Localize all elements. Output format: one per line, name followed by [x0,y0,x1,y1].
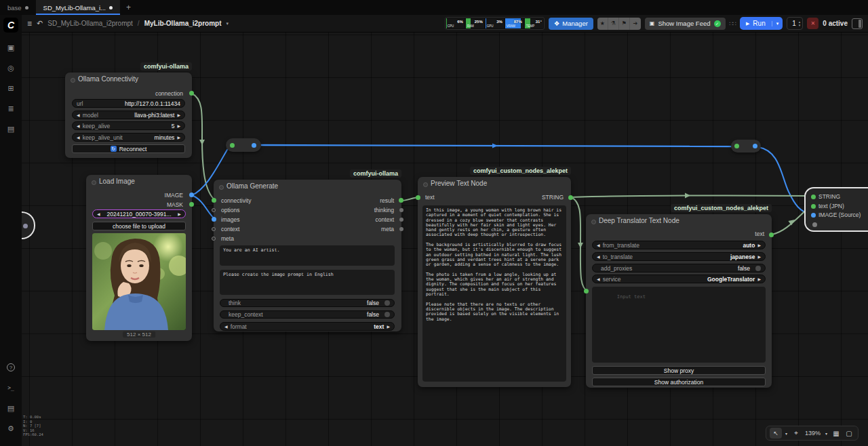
zoom-chevron-icon[interactable]: ▾ [824,431,829,436]
star-icon[interactable]: ★ [597,18,608,30]
add-proxies-toggle[interactable]: add_proxies false [592,264,766,272]
think-toggle[interactable]: think false [220,299,395,307]
arrow-right-icon[interactable]: ▶ [178,211,181,216]
collapse-dot[interactable] [71,78,75,83]
node-preview-text[interactable]: comfyui_custom_nodes_alekpet Preview Tex… [418,177,571,387]
sidebar-item-node-library[interactable]: ◎ [3,60,19,76]
chevron-down-icon[interactable]: ▾ [226,21,229,26]
output-mask-port[interactable] [189,202,194,207]
node-ollama-generate[interactable]: comfyui-ollama Ollama Generate connectiv… [214,180,401,331]
toggle-panel-button[interactable] [852,18,863,29]
arrow-right-icon[interactable]: ▶ [757,277,761,281]
preview-text-content[interactable]: In this image, a young woman with long b… [422,205,566,382]
collapse-dot[interactable] [591,220,596,224]
arrow-left-icon[interactable]: ◀ [77,113,80,117]
tab-active-workflow[interactable]: SD_MyLib-Ollama_i... [36,0,120,15]
stub-output-port[interactable] [23,224,28,228]
arrow-left-icon[interactable]: ◀ [597,254,600,259]
share-icon[interactable]: ➔ [630,18,641,30]
run-button[interactable]: ▶ Run ▾ [740,17,783,30]
node-deep-translator[interactable]: comfyui_custom_nodes_alekpet Deep Transl… [586,214,772,388]
input-image-source-port[interactable] [811,213,816,218]
reroute-output-port[interactable] [753,144,757,148]
input-extra-port[interactable] [812,222,817,227]
arrow-right-icon[interactable]: ▶ [757,254,761,259]
pointer-options-chevron-icon[interactable]: ▾ [784,431,789,436]
show-image-feed-button[interactable]: ▣ Show Image Feed ✓ [645,18,726,30]
hamburger-menu-icon[interactable]: ≡ [27,20,32,28]
format-widget[interactable]: ◀ format text ▶ [220,322,395,331]
step-down-icon[interactable]: ▾ [799,24,801,27]
arrow-left-icon[interactable]: ◀ [224,324,228,329]
flag-icon[interactable]: ⚑ [619,18,630,30]
output-text-port[interactable] [769,232,774,237]
arrow-right-icon[interactable]: ▶ [177,123,180,128]
collapse-dot[interactable] [423,182,428,187]
input-text-port[interactable] [416,195,420,200]
toggle-knob[interactable] [384,300,390,306]
input-connectivity-port[interactable] [212,198,216,203]
pointer-tool-button[interactable]: ↖ [770,428,782,439]
arrow-left-icon[interactable]: ◀ [597,277,600,281]
arrow-right-icon[interactable]: ▶ [177,113,180,117]
toggle-knob[interactable] [384,312,390,317]
arrow-right-icon[interactable]: ▶ [387,324,390,329]
zoom-level-label[interactable]: 139% [804,430,822,437]
sidebar-item-queue[interactable]: ▣ [3,39,19,56]
prompt-textarea[interactable]: Please create the image prompt in Englis… [220,270,395,295]
reroute-output-port[interactable] [252,143,256,148]
translator-textarea[interactable]: Input text [592,287,766,363]
input-options-port[interactable] [212,208,216,212]
input-context-port[interactable] [212,227,216,231]
show-authorization-button[interactable]: Show authorization [592,378,766,386]
sidebar-item-settings[interactable]: ⚙ [3,420,19,437]
output-connection-port[interactable] [189,91,194,96]
reroute-title-dot[interactable] [230,143,235,148]
fit-view-icon[interactable]: ⌖ [791,428,802,439]
output-result-port[interactable] [399,198,403,203]
reroute-node-left[interactable] [226,138,261,152]
arrow-left-icon[interactable]: ◀ [77,123,80,128]
url-widget[interactable]: url http://127.0.0.1:11434 [72,99,185,108]
show-proxy-button[interactable]: Show proxy [592,366,766,375]
tab-base[interactable]: base [0,0,36,15]
from-translate-widget[interactable]: ◀ from_translate auto ▶ [592,241,766,249]
new-tab-button[interactable]: + [120,0,137,15]
to-translate-widget[interactable]: ◀ to_translate japanese ▶ [592,252,766,261]
keep-alive-unit-widget[interactable]: ◀ keep_alive_unit minutes ▶ [72,133,185,142]
image-file-combo[interactable]: ◀ 20241210_00070-3991... ▶ [92,209,186,218]
node-load-image[interactable]: Load Image IMAGE MASK ◀ 20241210_00070-3… [86,175,192,341]
input-text-port[interactable] [584,289,589,293]
keep-context-toggle[interactable]: keep_context false [220,310,395,319]
graph-canvas[interactable]: comfyui-ollama Ollama Connectivity conne… [0,0,868,446]
node-ollama-connectivity[interactable]: comfyui-ollama Ollama Connectivity conne… [65,73,192,158]
sidebar-item-model-library[interactable]: ⊞ [3,80,19,96]
drag-handle-icon[interactable]: ∷∷ [730,20,736,27]
sidebar-item-templates[interactable]: ▤ [3,121,19,137]
collapse-dot[interactable] [92,180,96,185]
service-widget[interactable]: ◀ service GoogleTranslator ▶ [592,275,766,283]
arrow-left-icon[interactable]: ◀ [77,135,80,140]
system-prompt-textarea[interactable]: You are an AI artist. [220,245,395,266]
grid-toggle-icon[interactable]: ▦ [831,428,842,439]
output-thinking-port[interactable] [399,208,403,212]
reroute-node-right[interactable] [731,140,761,153]
breadcrumb-workflow[interactable]: SD_MyLib-Ollama_i2prompt [47,20,133,27]
collapse-dot[interactable] [219,185,224,190]
batch-count-stepper[interactable]: 1 ▴ ▾ [787,17,803,30]
comfyui-logo[interactable]: C [3,18,18,33]
output-meta-port[interactable] [399,227,403,231]
manager-button[interactable]: ❖ Manager [549,18,593,30]
input-meta-port[interactable] [212,237,216,241]
sidebar-item-help[interactable]: ? [3,359,19,376]
cancel-run-button[interactable]: ✕ [807,18,818,29]
breadcrumb-current[interactable]: MyLib-Ollama_i2prompt [144,20,222,27]
sidebar-item-workflows[interactable]: ≣ [3,100,19,117]
sidebar-item-terminal[interactable]: >_ [3,380,19,396]
output-context-port[interactable] [399,218,403,222]
flask-icon[interactable]: ⚗ [608,18,619,30]
arrow-left-icon[interactable]: ◀ [97,211,100,216]
arrow-right-icon[interactable]: ▶ [757,243,761,247]
undo-icon[interactable]: ↶ [37,20,43,27]
toggle-knob[interactable] [755,266,761,271]
